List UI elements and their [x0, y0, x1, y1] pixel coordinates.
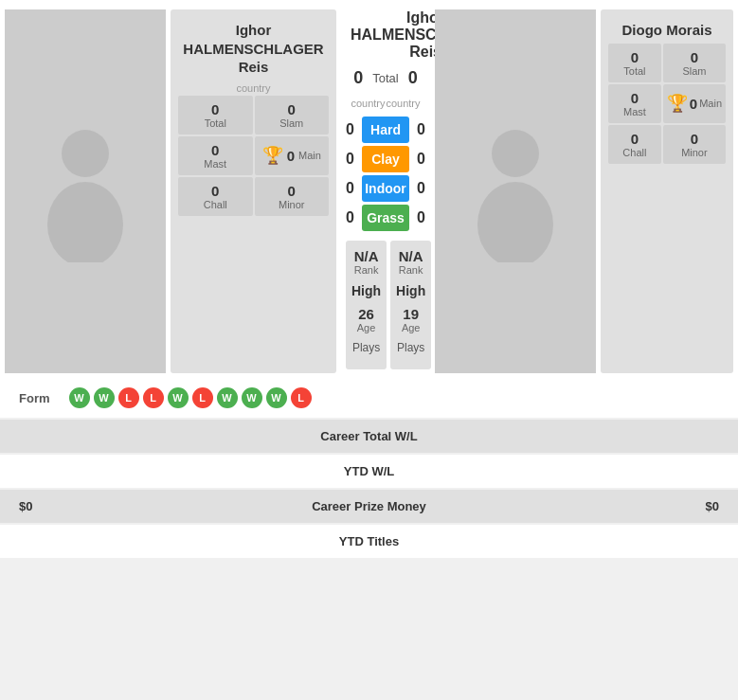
- player2-chall-label: Chall: [612, 147, 657, 158]
- form-badge-w: W: [168, 387, 189, 408]
- player1-total-cell: 0 Total: [178, 96, 253, 135]
- player1-plays-label: Plays: [351, 333, 381, 362]
- player2-slam-cell: 0 Slam: [663, 44, 726, 82]
- career-prize-left: $0: [19, 499, 32, 513]
- player1-main-value: 0: [287, 148, 295, 164]
- player2-rank-value: N/A: [396, 248, 425, 264]
- svg-point-0: [62, 130, 109, 177]
- clay-row: 0 Clay 0: [346, 146, 425, 172]
- player1-photo: [5, 9, 166, 373]
- player-names-row: Ighor HALMENSCHLAGER Reis Diogo Morais: [341, 9, 430, 61]
- court-rows: 0 Hard 0 0 Clay 0 0 Indoor 0 0 Grass: [341, 115, 430, 233]
- player2-trophy-cell: 🏆 0 Main: [663, 84, 726, 123]
- player1-slam-value: 0: [259, 101, 326, 117]
- player1-flag: country: [178, 81, 329, 96]
- player2-total-label: Total: [612, 65, 657, 77]
- form-badge-w: W: [217, 387, 238, 408]
- totals-row: 0 Total 0: [341, 64, 430, 92]
- form-badge-w: W: [242, 387, 262, 408]
- player1-age-label: Age: [351, 322, 381, 333]
- clay-left-score: 0: [346, 151, 354, 168]
- career-prize-label: Career Prize Money: [312, 499, 426, 513]
- player1-high-label: High: [351, 276, 381, 306]
- form-badges: WWLLWLWWWL: [69, 387, 312, 408]
- player2-info: Diogo Morais 0 Total 0 Slam 0 Mast 🏆 0: [601, 9, 733, 373]
- form-row: Form WWLLWLWWWL: [0, 378, 738, 418]
- player1-mast-value: 0: [182, 142, 249, 158]
- rank-age-row: N/A Rank High 26 Age Plays N/A Rank High…: [341, 237, 430, 373]
- player1-mast-cell: 0 Mast: [178, 136, 253, 175]
- flags-row: country country: [341, 96, 430, 111]
- player2-mast-label: Mast: [612, 106, 657, 117]
- trophy-icon-p2: 🏆: [667, 93, 688, 114]
- indoor-right-score: 0: [417, 180, 425, 197]
- svg-point-2: [492, 130, 539, 177]
- middle-section: Ighor HALMENSCHLAGER Reis Diogo Morais 0…: [341, 9, 430, 373]
- grass-right-score: 0: [417, 209, 425, 226]
- player2-minor-value: 0: [667, 131, 722, 147]
- player1-trophy-cell: 🏆 0 Main: [255, 136, 330, 175]
- comparison-section: Ighor HALMENSCHLAGER Reis country 0 Tota…: [0, 0, 738, 378]
- player2-main-label: Main: [699, 98, 722, 109]
- grass-left-score: 0: [346, 209, 354, 226]
- player2-slam-label: Slam: [667, 65, 722, 77]
- player1-chall-cell: 0 Chall: [178, 177, 253, 216]
- clay-button[interactable]: Clay: [362, 146, 409, 172]
- ytd-titles-row: YTD Titles: [0, 525, 738, 558]
- svg-point-3: [477, 182, 553, 262]
- player1-main-label: Main: [298, 150, 321, 161]
- player2-minor-cell: 0 Minor: [663, 125, 726, 164]
- clay-right-score: 0: [417, 151, 425, 168]
- hard-button[interactable]: Hard: [362, 117, 409, 143]
- player2-mast-value: 0: [612, 90, 657, 106]
- player1-flag-mid: country: [351, 98, 385, 109]
- form-badge-w: W: [94, 387, 115, 408]
- player2-total-cell: 0 Total: [608, 44, 661, 82]
- player1-minor-value: 0: [259, 183, 326, 199]
- player2-rank-card: N/A Rank High 19 Age Plays: [390, 241, 431, 369]
- player2-stats-grid: 0 Total 0 Slam 0 Mast 🏆 0 Main 0: [608, 44, 726, 164]
- right-total-score: 0: [408, 68, 418, 88]
- player1-minor-cell: 0 Minor: [255, 177, 330, 216]
- hard-row: 0 Hard 0: [346, 117, 425, 143]
- player2-minor-label: Minor: [667, 147, 722, 158]
- form-badge-l: L: [118, 387, 139, 408]
- total-label: Total: [372, 71, 398, 85]
- form-badge-w: W: [69, 387, 90, 408]
- indoor-left-score: 0: [346, 180, 354, 197]
- player2-age-value: 19: [396, 306, 425, 322]
- grass-button[interactable]: Grass: [362, 205, 409, 231]
- player2-flag-mid: country: [386, 98, 420, 109]
- svg-point-1: [47, 182, 123, 262]
- player1-chall-value: 0: [182, 183, 249, 199]
- player1-total-label: Total: [182, 117, 249, 129]
- player2-chall-value: 0: [612, 131, 657, 147]
- player1-age-value: 26: [351, 306, 381, 322]
- player1-rank-label: Rank: [351, 264, 381, 276]
- player2-main-value: 0: [690, 96, 697, 112]
- player1-total-value: 0: [182, 101, 249, 117]
- form-badge-l: L: [192, 387, 213, 408]
- player1-rank-card: N/A Rank High 26 Age Plays: [346, 241, 387, 369]
- career-prize-row: $0 Career Prize Money $0: [0, 490, 738, 523]
- player2-photo: [435, 9, 596, 373]
- player1-minor-label: Minor: [259, 199, 326, 210]
- player2-mast-cell: 0 Mast: [608, 84, 661, 123]
- indoor-button[interactable]: Indoor: [362, 175, 409, 202]
- career-prize-right: $0: [706, 499, 719, 513]
- career-total-row: Career Total W/L: [0, 420, 738, 453]
- player1-stats-grid: 0 Total 0 Slam 0 Mast 🏆 0 Main 0: [178, 96, 329, 216]
- main-container: Ighor HALMENSCHLAGER Reis country 0 Tota…: [0, 0, 738, 558]
- player1-rank-value: N/A: [351, 248, 381, 264]
- player2-rank-label: Rank: [396, 264, 425, 276]
- hard-left-score: 0: [346, 121, 354, 138]
- player2-total-value: 0: [612, 49, 657, 65]
- player2-name: Diogo Morais: [608, 17, 726, 44]
- left-total-score: 0: [353, 68, 363, 88]
- player2-chall-cell: 0 Chall: [608, 125, 661, 164]
- player2-high-label: High: [396, 276, 425, 306]
- grass-row: 0 Grass 0: [346, 205, 425, 231]
- form-badge-w: W: [266, 387, 287, 408]
- player1-chall-label: Chall: [182, 199, 249, 210]
- player1-slam-cell: 0 Slam: [255, 96, 330, 135]
